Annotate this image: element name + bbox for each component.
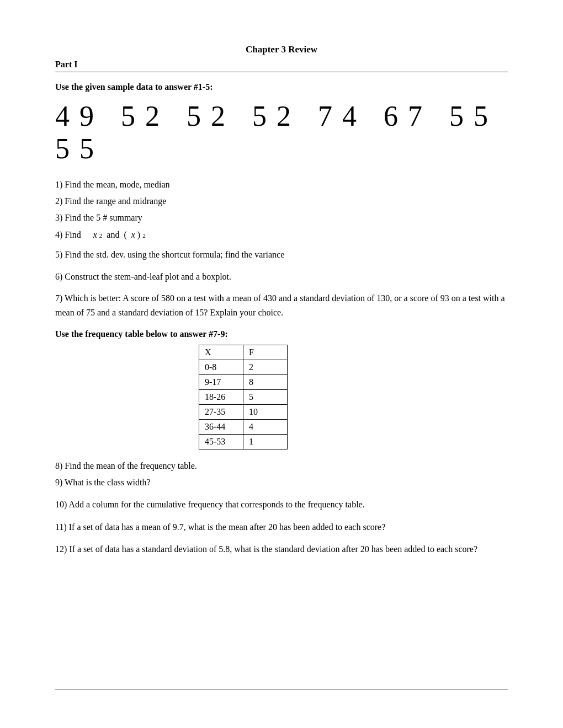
question-4: 4) Find x2 and ( x)2 bbox=[55, 230, 508, 240]
q4-x1: x bbox=[93, 230, 97, 240]
instruction-2: Use the frequency table below to answer … bbox=[55, 329, 508, 339]
question-5: 5) Find the std. dev. using the shortcut… bbox=[55, 248, 508, 262]
freq-table-container: X F 0-829-17818-26527-351036-44445-531 bbox=[199, 345, 508, 449]
q2-number: 2) bbox=[55, 196, 65, 206]
question-1: 1) Find the mean, mode, median bbox=[55, 178, 508, 191]
freq-table: X F 0-829-17818-26527-351036-44445-531 bbox=[199, 345, 288, 449]
table-row: 18-265 bbox=[199, 390, 288, 405]
question-12: 12) If a set of data has a standard devi… bbox=[55, 542, 508, 556]
q4-sup2: 2 bbox=[142, 232, 146, 239]
cell-x: 9-17 bbox=[199, 375, 243, 390]
cell-f: 10 bbox=[243, 405, 288, 420]
question-3: 3) Find the 5 # summary bbox=[55, 211, 508, 224]
bottom-rule bbox=[55, 689, 508, 689]
question-7: 7) Which is better: A score of 580 on a … bbox=[55, 291, 508, 319]
cell-f: 8 bbox=[243, 375, 288, 390]
cell-f: 4 bbox=[243, 420, 288, 435]
question-9: 9) What is the class width? bbox=[55, 476, 508, 489]
question-8: 8) Find the mean of the frequency table. bbox=[55, 459, 508, 473]
cell-x: 0-8 bbox=[199, 360, 243, 375]
col-header-x: X bbox=[199, 345, 243, 360]
table-row: 36-444 bbox=[199, 420, 288, 435]
col-header-f: F bbox=[243, 345, 288, 360]
question-11: 11) If a set of data has a mean of 9.7, … bbox=[55, 520, 508, 534]
sample-data: 49 52 52 52 74 67 55 55 bbox=[55, 100, 508, 165]
cell-x: 36-44 bbox=[199, 420, 243, 435]
q1-text: Find the mean, mode, median bbox=[65, 180, 169, 189]
q3-text: Find the 5 # summary bbox=[65, 213, 142, 222]
table-row: 0-82 bbox=[199, 360, 288, 375]
part-heading: Part I bbox=[55, 60, 508, 72]
q1-number: 1) bbox=[55, 180, 65, 189]
table-row: 9-178 bbox=[199, 375, 288, 390]
question-6: 6) Construct the stem-and-leaf plot and … bbox=[55, 270, 508, 284]
instruction-1: Use the given sample data to answer #1-5… bbox=[55, 82, 508, 92]
table-row: 27-3510 bbox=[199, 405, 288, 420]
cell-f: 2 bbox=[243, 360, 288, 375]
q4-and: and ( bbox=[104, 230, 126, 240]
cell-x: 45-53 bbox=[199, 435, 243, 449]
q4-close-paren: ) bbox=[137, 230, 140, 240]
cell-x: 18-26 bbox=[199, 390, 243, 405]
q2-text: Find the range and midrange bbox=[65, 196, 166, 206]
cell-x: 27-35 bbox=[199, 405, 243, 420]
questions-1-3: 1) Find the mean, mode, median 2) Find t… bbox=[55, 178, 508, 224]
question-10: 10) Add a column for the cumulative freq… bbox=[55, 498, 508, 511]
cell-f: 5 bbox=[243, 390, 288, 405]
q4-prefix: 4) Find bbox=[55, 230, 81, 240]
cell-f: 1 bbox=[243, 435, 288, 449]
q4-sup1: 2 bbox=[99, 232, 103, 239]
chapter-title: Chapter 3 Review bbox=[55, 44, 508, 55]
table-row: 45-531 bbox=[199, 435, 288, 449]
q4-x2: x bbox=[129, 230, 135, 240]
page: Chapter 3 Review Part I Use the given sa… bbox=[0, 0, 563, 728]
q3-number: 3) bbox=[55, 213, 65, 222]
question-2: 2) Find the range and midrange bbox=[55, 195, 508, 208]
q4-math: x2 and ( x)2 bbox=[84, 230, 146, 240]
